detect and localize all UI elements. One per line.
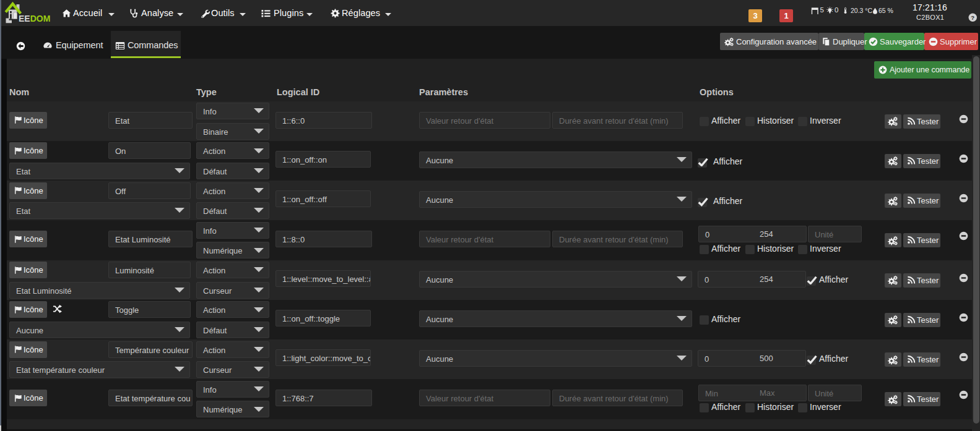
svg-text:?: ? bbox=[971, 14, 974, 20]
